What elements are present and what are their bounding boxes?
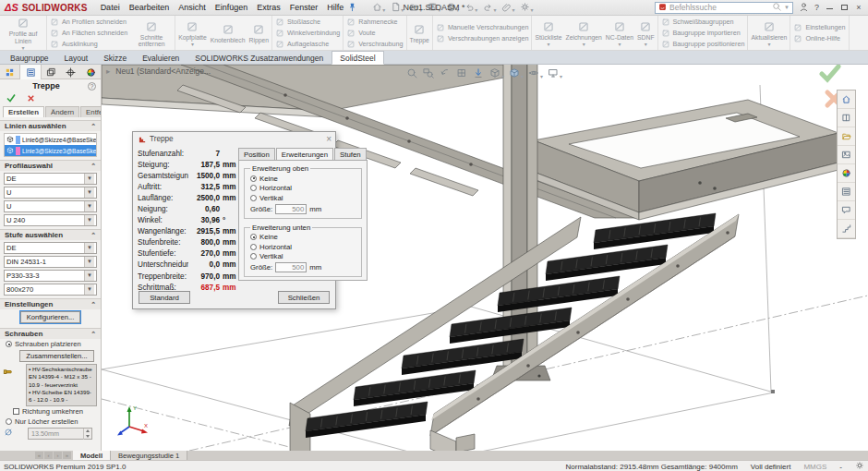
tab-scroll-buttons[interactable]: «‹›» — [33, 451, 73, 460]
standard-button[interactable]: Standard — [139, 291, 190, 304]
ribbon-profile-auf-linien[interactable]: Profile auf Linien▾ — [3, 16, 43, 51]
chevron-down-icon[interactable]: ▾ — [475, 7, 477, 13]
taskpane-view-palette-tab[interactable] — [838, 146, 855, 164]
hud-zoom-area-button[interactable] — [421, 66, 435, 80]
chevron-down-icon[interactable]: ▼ — [84, 284, 94, 295]
qat-home-button[interactable]: ▾ — [372, 2, 385, 14]
mode-tab-ändern[interactable]: Ändern — [45, 106, 79, 117]
ribbon-einstellungen[interactable]: Einstellungen — [793, 23, 845, 32]
flyout-tree-arrow[interactable]: ▸ — [106, 66, 110, 76]
help-icon[interactable]: ? — [88, 82, 96, 91]
step-select-0[interactable]: DE▼ — [4, 242, 97, 254]
tab-solidsteel[interactable]: SolidSteel — [332, 51, 383, 65]
qat-undo-button[interactable]: ▾ — [464, 2, 477, 14]
chevron-down-icon[interactable]: ▼ — [84, 243, 94, 253]
profile-select-3[interactable]: U 240▼ — [4, 214, 97, 226]
status-units[interactable]: MMGS — [803, 463, 826, 471]
ribbon-stückliste[interactable]: Stückliste▾ — [535, 18, 561, 47]
dialog-tab-stufen[interactable]: Stufen — [334, 148, 367, 160]
chevron-down-icon[interactable]: ▼ — [84, 201, 94, 211]
dialog-tab-position[interactable]: Position — [238, 148, 275, 160]
ribbon-baugruppe-importieren[interactable]: Baugruppe importieren — [661, 29, 745, 38]
search-icon[interactable] — [772, 2, 781, 13]
radio-horizontal[interactable] — [250, 185, 257, 191]
menu-datei[interactable]: Datei — [101, 3, 120, 12]
status-gear-icon[interactable] — [855, 461, 864, 471]
profile-select-2[interactable]: U▼ — [4, 200, 97, 212]
section-header-profile[interactable]: Profilauswahl⌃ — [0, 160, 101, 171]
ribbon-voute[interactable]: Voute — [346, 29, 403, 38]
ribbon-kopfplatte[interactable]: Kopfplatte▾ — [178, 18, 207, 47]
taskpane-custom-properties-tab[interactable] — [838, 183, 855, 201]
restore-button[interactable] — [839, 3, 849, 12]
mode-tab-erstellen[interactable]: Erstellen — [3, 106, 44, 117]
taskpane-forum-tab[interactable] — [838, 201, 855, 220]
ribbon-manuelle-verschraubungen[interactable]: Manuelle Verschraubungen — [436, 23, 529, 32]
radio-horizontal[interactable] — [250, 244, 257, 250]
ribbon-verschraubung[interactable]: Verschraubung — [346, 40, 403, 49]
extension-option-vertikal[interactable]: Vertikal — [250, 252, 356, 262]
chevron-down-icon[interactable]: ▼ — [84, 257, 94, 267]
assemble-button[interactable]: Zusammenstellen... — [19, 350, 93, 362]
menu-bearbeiten[interactable]: Bearbeiten — [129, 3, 170, 12]
chevron-down-icon[interactable]: ▾ — [493, 7, 496, 13]
holes-only-radio[interactable] — [6, 418, 12, 425]
hud-section-view-button[interactable] — [454, 66, 468, 80]
size-input[interactable]: 500 — [275, 204, 307, 214]
qat-attach-button[interactable]: ▾ — [501, 2, 514, 14]
chevron-down-icon[interactable]: ▼ — [84, 271, 94, 281]
chevron-down-icon[interactable]: ▼ — [84, 215, 94, 225]
zoom-fit-icon[interactable] — [772, 2, 781, 11]
ribbon-auflagelasche[interactable]: Auflagelasche — [275, 40, 340, 49]
extension-option-vertikal[interactable]: Vertikal — [250, 193, 356, 203]
radio-vertikal[interactable] — [250, 253, 257, 260]
configure-button[interactable]: Konfigurieren... — [20, 311, 81, 323]
panel-tab-configurations[interactable] — [42, 65, 61, 79]
dialog-tab-erweiterungen[interactable]: Erweiterungen — [276, 148, 333, 160]
ribbon-rippen[interactable]: Rippen — [249, 21, 270, 43]
close-button[interactable]: × — [854, 3, 863, 12]
tab-evaluieren[interactable]: Evaluieren — [135, 52, 187, 64]
ribbon-an-flächen-schneiden[interactable]: An Flächen schneiden — [50, 29, 127, 38]
chevron-down-icon[interactable]: ▼ — [84, 174, 94, 184]
profile-select-0[interactable]: DE▼ — [4, 173, 97, 185]
panel-tab-display-manager[interactable] — [81, 65, 101, 79]
ribbon-ausklinkung[interactable]: Ausklinkung — [50, 40, 127, 49]
tab-skizze[interactable]: Skizze — [96, 52, 134, 64]
chevron-down-icon[interactable]: ▼ — [784, 5, 790, 10]
chevron-down-icon[interactable]: ▾ — [382, 7, 385, 13]
chevron-down-icon[interactable]: ▾ — [191, 42, 194, 47]
hud-normal-to-button[interactable] — [471, 66, 485, 80]
cancel-button[interactable] — [26, 93, 36, 105]
cross-icon[interactable] — [26, 93, 36, 103]
help-button[interactable]: ? — [814, 3, 819, 12]
radio-keine[interactable] — [250, 234, 257, 240]
hud-previous-view-button[interactable] — [438, 66, 452, 80]
extension-option-horizontal[interactable]: Horizontal — [250, 242, 356, 252]
settings-icon[interactable] — [855, 461, 864, 470]
treppe-dialog[interactable]: Treppe × Stufenanzahl:7Steigung:187,5mmG… — [132, 131, 336, 309]
ribbon-zeichnungen[interactable]: Zeichnungen▾ — [566, 18, 602, 47]
menu-fenster[interactable]: Fenster — [290, 3, 319, 12]
chevron-down-icon[interactable]: ▾ — [501, 74, 504, 79]
close-dialog-button[interactable]: Schließen — [278, 291, 330, 304]
hole-diameter-stepper[interactable]: 13.50mm — [28, 428, 92, 440]
ribbon-rahmenecke[interactable]: Rahmenecke — [346, 18, 403, 27]
ribbon-nc-daten[interactable]: NC-Daten▾ — [606, 18, 633, 47]
step-select-2[interactable]: P330-33-3▼ — [4, 270, 97, 282]
chevron-down-icon[interactable]: ▾ — [618, 42, 621, 47]
step-select-3[interactable]: 800x270▼ — [4, 284, 97, 296]
panel-tab-feature-tree[interactable] — [0, 65, 19, 79]
chevron-down-icon[interactable]: ▾ — [540, 74, 543, 79]
line-selection-item[interactable]: Linie6@Skizze4@BaseSketch-1 — [5, 134, 96, 145]
hud-view-cube-button[interactable]: ▾ — [488, 66, 504, 80]
ribbon-schweißbaugruppen[interactable]: Schweißbaugruppen — [661, 18, 745, 27]
chevron-down-icon[interactable]: ▾ — [512, 7, 514, 13]
hud-display-style-button[interactable]: ▾ — [507, 66, 524, 80]
chevron-down-icon[interactable]: ▾ — [767, 42, 770, 47]
chevron-down-icon[interactable]: ▾ — [583, 42, 585, 47]
doc-tab-modell[interactable]: Modell — [73, 451, 111, 460]
panel-tab-dimxpert[interactable] — [61, 65, 80, 79]
chevron-down-icon[interactable]: ▾ — [521, 74, 524, 79]
screw-stack-list[interactable]: ▪ HV-Sechskantschraube EN 14399-4 - M12 … — [26, 364, 97, 406]
